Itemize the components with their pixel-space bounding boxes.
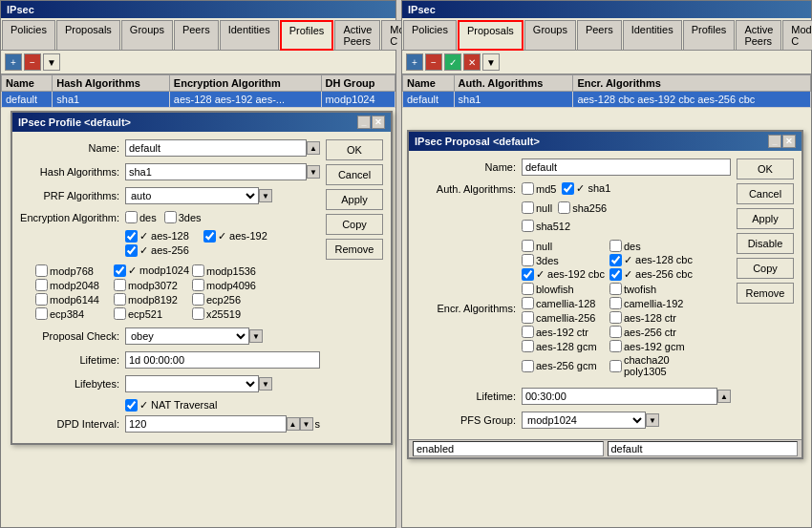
cancel-button-right[interactable]: Cancel <box>737 183 794 204</box>
aes128-item[interactable]: ✓ aes-128 <box>125 230 202 243</box>
filter-button-right[interactable]: ▼ <box>482 53 500 71</box>
des-encr-cb[interactable] <box>609 240 622 252</box>
nat-item[interactable]: ✓ NAT Traversal <box>125 399 320 412</box>
aes192ctr-cb[interactable] <box>522 326 534 338</box>
prf-scroll[interactable]: ▼ <box>259 189 272 202</box>
null-encr-cb[interactable] <box>522 240 534 252</box>
remove-button-left[interactable]: Remove <box>326 239 383 260</box>
sha256-item[interactable]: sha256 <box>558 201 607 214</box>
dpd-up[interactable]: ▲ <box>287 417 300 431</box>
cam128-item[interactable]: camellia-128 <box>522 297 608 309</box>
tab-peers-left[interactable]: Peers <box>174 20 219 50</box>
dpd-input[interactable] <box>125 415 287 433</box>
aes256ctr-cb[interactable] <box>609 326 622 338</box>
aes192-cb[interactable] <box>203 230 216 243</box>
des-encr-item[interactable]: des <box>609 240 695 252</box>
modp1536-cb[interactable] <box>192 264 204 277</box>
sha1-item[interactable]: ✓ sha1 <box>562 182 610 195</box>
twofish-item[interactable]: twofish <box>609 283 695 295</box>
copy-button-right[interactable]: Copy <box>737 258 794 279</box>
tab-peers-right[interactable]: Peers <box>577 20 622 50</box>
pfs-select[interactable]: modp1024 <box>522 412 646 429</box>
x25519-cb[interactable] <box>192 307 204 320</box>
modp1536-item[interactable]: modp1536 <box>192 264 268 277</box>
aes192gcm-cb[interactable] <box>609 340 622 352</box>
cam192-item[interactable]: camellia-192 <box>609 297 695 309</box>
blowfish-cb[interactable] <box>522 283 534 295</box>
name-input-r[interactable] <box>522 158 731 176</box>
tab-groups-left[interactable]: Groups <box>121 20 173 50</box>
tab-profiles-right[interactable]: Profiles <box>683 20 736 50</box>
add-button-left[interactable]: + <box>5 53 22 71</box>
aes192-item[interactable]: ✓ aes-192 <box>203 230 280 243</box>
lifetime-input[interactable] <box>125 351 320 369</box>
cam128-cb[interactable] <box>522 297 534 309</box>
tab-active-peers-left[interactable]: Active Peers <box>334 20 380 50</box>
twofish-cb[interactable] <box>609 283 622 295</box>
cam256-cb[interactable] <box>522 311 534 324</box>
aes128gcm-cb[interactable] <box>522 340 534 352</box>
aes128cbc-cb[interactable] <box>609 254 622 266</box>
modp1024-cb[interactable] <box>114 264 126 277</box>
aes128ctr-item[interactable]: aes-128 ctr <box>609 311 695 324</box>
add-button-right[interactable]: + <box>406 53 423 71</box>
dpd-down[interactable]: ▼ <box>300 417 313 431</box>
aes128ctr-cb[interactable] <box>609 311 622 324</box>
ecp384-item[interactable]: ecp384 <box>35 307 112 320</box>
aes128cbc-item[interactable]: ✓ aes-128 cbc <box>609 254 695 266</box>
modp1024-item[interactable]: ✓ modp1024 <box>114 264 190 277</box>
sha512-item[interactable]: sha512 <box>522 220 731 232</box>
ok-button-left[interactable]: OK <box>326 139 383 160</box>
tab-policies-left[interactable]: Policies <box>2 20 55 50</box>
3des-encr-item[interactable]: 3des <box>522 254 608 266</box>
tab-identities-right[interactable]: Identities <box>623 20 682 50</box>
close-btn-right[interactable]: ✕ <box>782 135 796 148</box>
aes192ctr-item[interactable]: aes-192 ctr <box>522 326 608 338</box>
copy-button-left[interactable]: Copy <box>326 214 383 235</box>
tab-identities-left[interactable]: Identities <box>220 20 279 50</box>
aes256cbc-item[interactable]: ✓ aes-256 cbc <box>609 268 695 281</box>
minimize-btn-right[interactable]: _ <box>768 135 781 148</box>
cam192-cb[interactable] <box>609 297 622 309</box>
disable-button-right[interactable]: Disable <box>737 233 794 254</box>
modp768-item[interactable]: modp768 <box>35 264 112 277</box>
tab-profiles-left[interactable]: Profiles <box>280 20 334 51</box>
lifetime-input-r[interactable] <box>522 388 717 405</box>
chacha-item[interactable]: chacha20 poly1305 <box>609 354 695 377</box>
minimize-btn-left[interactable]: _ <box>357 116 371 129</box>
modp4096-cb[interactable] <box>192 279 204 291</box>
ok-button-right[interactable]: OK <box>737 158 794 180</box>
apply-button-right[interactable]: Apply <box>737 208 794 229</box>
ecp256-cb[interactable] <box>192 293 204 306</box>
ecp256-item[interactable]: ecp256 <box>192 293 268 306</box>
modp6144-item[interactable]: modp6144 <box>35 293 112 306</box>
blowfish-item[interactable]: blowfish <box>522 283 608 295</box>
cancel-button-left[interactable]: Cancel <box>326 164 383 185</box>
modp8192-item[interactable]: modp8192 <box>114 293 190 306</box>
tab-groups-right[interactable]: Groups <box>524 20 576 50</box>
aes256gcm-item[interactable]: aes-256 gcm <box>522 354 608 377</box>
nat-cb[interactable] <box>125 399 138 412</box>
null-encr-item[interactable]: null <box>522 240 608 252</box>
aes256gcm-cb[interactable] <box>522 360 534 372</box>
chacha-cb[interactable] <box>609 360 622 372</box>
ecp521-item[interactable]: ecp521 <box>114 307 190 320</box>
table-row[interactable]: default sha1 aes-128 cbc aes-192 cbc aes… <box>403 92 811 108</box>
modp3072-cb[interactable] <box>114 279 126 291</box>
table-row[interactable]: default sha1 aes-128 aes-192 aes-... mod… <box>2 92 395 108</box>
hash-scroll[interactable]: ▼ <box>307 165 320 179</box>
tab-active-peers-right[interactable]: Active Peers <box>736 20 781 50</box>
sha256-cb[interactable] <box>558 201 570 214</box>
lifebytes-scroll[interactable]: ▼ <box>259 377 272 391</box>
aes256-cb[interactable] <box>125 244 138 257</box>
x-button-right[interactable]: ✕ <box>463 53 481 71</box>
cam256-item[interactable]: camellia-256 <box>522 311 608 324</box>
null-auth-cb[interactable] <box>522 201 534 214</box>
aes192cbc-cb[interactable] <box>522 268 534 281</box>
remove-button-left[interactable]: − <box>24 53 41 71</box>
aes256ctr-item[interactable]: aes-256 ctr <box>609 326 695 338</box>
modp2048-cb[interactable] <box>35 279 48 291</box>
modp3072-item[interactable]: modp3072 <box>114 279 190 291</box>
modp4096-item[interactable]: modp4096 <box>192 279 268 291</box>
proposal-scroll[interactable]: ▼ <box>249 329 263 343</box>
